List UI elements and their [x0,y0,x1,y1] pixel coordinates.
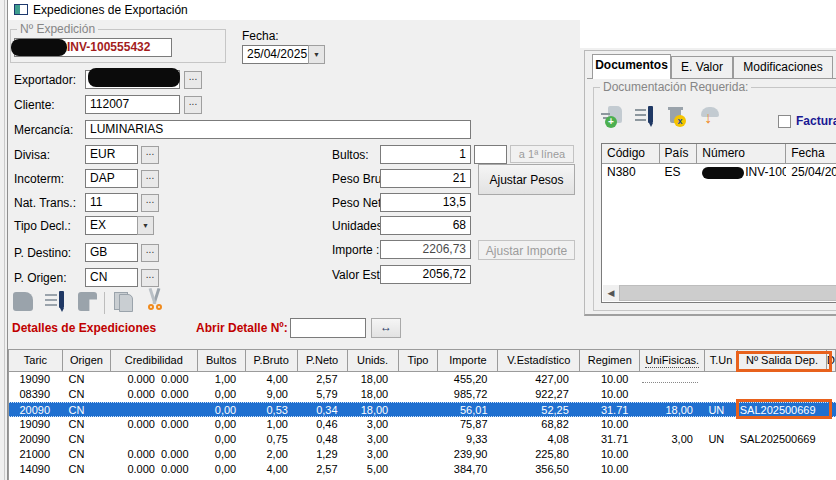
scrollbar-thumb[interactable] [619,285,836,301]
table-cell: 0.000 0.000 [110,447,196,462]
copy-detail-icon[interactable] [112,290,138,316]
table-cell: 19090 [9,372,63,387]
p-destino-input[interactable]: GB [85,243,138,262]
table-row[interactable]: 20090CN0,000,530,3418,0056,0152,2531.711… [9,402,836,417]
detalles-title: Detalles de Expediciones [12,321,156,335]
bultos-extra-input[interactable] [474,145,507,164]
table-cell: 455,20 [436,372,496,387]
edit-document-icon[interactable] [633,105,659,131]
column-header-taric[interactable]: Taric [9,350,63,371]
tipo-decl-label: Tipo Decl.: [14,219,71,233]
exportador-browse-button[interactable]: ... [184,71,202,89]
cliente-browse-button[interactable]: ... [184,96,202,114]
redaction [11,39,67,56]
column-header-bultos[interactable]: Bultos [198,350,246,371]
abrir-detalle-input[interactable] [290,318,366,338]
column-header-tipo[interactable]: Tipo [399,350,439,371]
table-cell: 0,00 [197,447,245,462]
column-header-p-bruto[interactable]: P.Bruto [246,350,298,371]
table-cell: 10.00 [577,387,637,402]
tipo-decl-input[interactable]: EX [85,216,138,235]
ajustar-importe-button[interactable]: Ajustar Importe [478,240,575,260]
divisa-browse-button[interactable]: ... [141,146,159,164]
table-row[interactable]: 19090CN0.000 0.0001,004,002,5718,00455,2… [9,372,836,387]
incoterm-input[interactable]: DAP [85,169,138,188]
tab-documentos[interactable]: Documentos [592,54,671,79]
table-row[interactable]: 20090CN0,000,750,483,009,334,0831.713,00… [9,432,836,447]
new-detail-icon[interactable] [12,290,38,316]
table-cell: 18,00 [346,403,397,416]
factura-checkbox[interactable] [778,115,791,128]
document-row[interactable]: N380ESINV-10055543225/04/2025 [602,164,836,181]
table-cell [701,462,734,477]
doc-column-header-fecha[interactable]: Fecha [786,144,836,163]
nat-trans-browse-button[interactable]: ... [141,194,159,212]
table-cell: SAL202500669 [734,432,822,447]
p-origen-browse-button[interactable]: ... [141,269,159,287]
tab-modificaciones[interactable]: Modificaciones [733,56,833,78]
column-header-regimen[interactable]: Regimen [580,350,640,371]
column-header-origen[interactable]: Origen [63,350,111,371]
unidades-input[interactable]: 68 [380,216,471,235]
peso-neto-input[interactable]: 13,5 [380,193,471,212]
edit-detail-icon[interactable] [44,290,70,316]
bultos-input[interactable]: 1 [380,145,471,164]
doc-column-header-pa-s[interactable]: País [660,144,698,163]
cut-detail-icon[interactable] [146,288,172,314]
p-origen-input[interactable]: CN [85,268,138,287]
ajustar-pesos-button[interactable]: Ajustar Pesos [478,164,575,195]
doc-column-header-n-mero[interactable]: Número [697,144,786,163]
table-cell [734,417,822,432]
add-document-icon[interactable]: + [601,105,627,131]
divisa-label: Divisa: [14,148,50,162]
table-cell: CN [63,417,111,432]
importe-input[interactable]: 2206,73 [380,240,471,259]
cliente-input[interactable]: 112007 [85,95,180,114]
tipo-decl-dropdown-button[interactable]: ▼ [137,216,154,235]
fecha-label: Fecha: [242,29,279,43]
abrir-detalle-go-button[interactable]: ↔ [371,318,401,338]
nat-trans-input[interactable]: 11 [85,193,138,212]
doc-column-header-c-digo[interactable]: Código [602,144,660,163]
p-destino-browse-button[interactable]: ... [141,244,159,262]
download-document-icon[interactable]: ↓ [699,105,725,131]
table-cell: 0,00 [197,432,245,447]
table-cell: 356,50 [496,462,577,477]
tab-e-valor[interactable]: E. Valor [671,56,733,78]
primera-linea-button[interactable]: a 1ª línea [510,145,574,163]
table-row[interactable]: 19090CN0.000 0.0000,001,000,463,0075,876… [9,417,836,432]
column-header-unifisicas-[interactable]: UniFisicas. [640,350,705,371]
table-cell [636,462,701,477]
table-cell [396,432,436,447]
table-cell [396,403,436,416]
table-cell: 0,00 [197,387,245,402]
column-header-v-estad-stico[interactable]: V.Estadístico [498,350,580,371]
table-cell: CN [63,372,111,387]
column-header-t-un[interactable]: T.Un [705,350,738,371]
documents-horizontal-scrollbar[interactable]: ◀ [603,285,836,301]
table-cell [822,417,836,432]
fecha-dropdown-button[interactable]: ▼ [308,45,325,64]
table-row[interactable]: 21000CN0.000 0.0000,002,001,293,00239,90… [9,447,836,462]
valor-est-input[interactable]: 2056,72 [380,265,471,284]
divisa-input[interactable]: EUR [85,145,138,164]
table-cell: 9,33 [436,432,496,447]
peso-bruto-input[interactable]: 21 [380,169,471,188]
scroll-left-icon[interactable]: ◀ [603,285,619,301]
table-cell: CN [63,447,111,462]
table-row[interactable]: 14090CN0.000 0.0000,004,002,575,00384,70… [9,462,836,477]
delete-document-icon[interactable]: x [665,105,691,131]
delete-detail-icon[interactable] [76,290,102,316]
table-cell: 20090 [9,432,63,447]
table-row[interactable]: 08390CN0.000 0.0000,009,005,7918,00985,7… [9,387,836,402]
table-cell: UN [701,432,734,447]
table-cell: 427,00 [496,372,577,387]
column-header-credibilidad[interactable]: Credibilidad [111,350,198,371]
mercancia-input[interactable]: LUMINARIAS [85,120,471,139]
column-header-p-neto[interactable]: P.Neto [298,350,348,371]
table-cell: 19090 [9,417,63,432]
column-header-importe[interactable]: Importe [438,350,498,371]
column-header-unids-[interactable]: Unids. [348,350,399,371]
table-cell [822,462,836,477]
incoterm-browse-button[interactable]: ... [141,170,159,188]
